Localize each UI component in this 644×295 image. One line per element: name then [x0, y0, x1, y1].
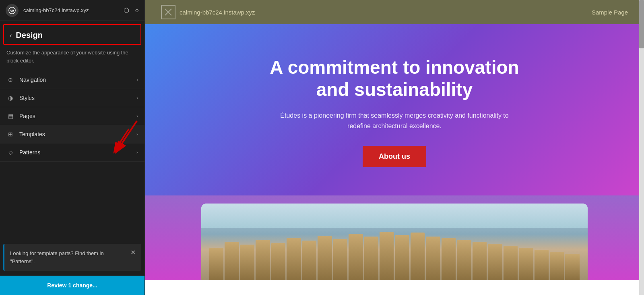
building-image: [201, 204, 588, 280]
sidebar-item-styles[interactable]: ◑ Styles ›: [0, 89, 144, 107]
design-title: Design: [16, 31, 43, 40]
review-change-button[interactable]: Review 1 change...: [0, 276, 144, 295]
sidebar: W calming-bb7c24.instawp.xyz ⬡ ○ ‹ Desig…: [0, 0, 145, 295]
chevron-patterns: ›: [136, 150, 138, 155]
sidebar-item-patterns[interactable]: ◇ Patterns ›: [0, 143, 144, 162]
preview-site-url: calming-bb7c24.instawp.xyz: [180, 9, 255, 16]
preview-logo-area: calming-bb7c24.instawp.xyz: [161, 5, 255, 19]
topbar-icons: ⬡ ○: [124, 6, 139, 14]
info-box-text: Looking for template parts? Find them in…: [10, 249, 126, 265]
sidebar-item-styles-label: Styles: [19, 95, 132, 101]
sidebar-item-pages[interactable]: ▤ Pages ›: [0, 107, 144, 125]
nav-items: ⊙ Navigation › ◑ Styles › ▤ Pages › ⊞ Te…: [0, 71, 144, 239]
chevron-templates: ›: [136, 131, 138, 137]
scrollbar-thumb[interactable]: [639, 0, 644, 48]
preview-logo-icon: [161, 5, 175, 19]
sidebar-item-templates[interactable]: ⊞ Templates ›: [0, 125, 144, 143]
preview-area: calming-bb7c24.instawp.xyz Sample Page A…: [145, 0, 644, 295]
back-button[interactable]: ‹: [10, 32, 12, 39]
site-name: calming-bb7c24.instawp.xyz: [23, 7, 119, 13]
navigation-icon: ⊙: [6, 76, 14, 84]
external-link-icon[interactable]: ⬡: [124, 6, 129, 14]
chevron-navigation: ›: [136, 77, 138, 83]
hero-section: A commitment to innovation and sustainab…: [145, 24, 644, 195]
templates-icon: ⊞: [6, 130, 14, 138]
chevron-styles: ›: [136, 95, 138, 101]
preview-sample-page: Sample Page: [592, 9, 628, 16]
patterns-icon: ◇: [6, 148, 14, 156]
hero-subtitle: Études is a pioneering firm that seamles…: [274, 110, 515, 131]
info-box-close-button[interactable]: ✕: [130, 249, 136, 256]
design-header: ‹ Design: [3, 24, 141, 45]
about-us-button[interactable]: About us: [363, 146, 426, 167]
sidebar-item-navigation[interactable]: ⊙ Navigation ›: [0, 71, 144, 89]
search-icon[interactable]: ○: [135, 7, 139, 14]
svg-text:W: W: [10, 8, 14, 12]
info-box: Looking for template parts? Find them in…: [3, 244, 141, 271]
topbar: W calming-bb7c24.instawp.xyz ⬡ ○: [0, 0, 144, 21]
wp-logo[interactable]: W: [6, 4, 19, 17]
building-ribs: [201, 228, 588, 280]
pages-icon: ▤: [6, 112, 14, 120]
preview-site-header: calming-bb7c24.instawp.xyz Sample Page: [145, 0, 644, 24]
chevron-pages: ›: [136, 113, 138, 119]
design-subtitle: Customize the appearance of your website…: [0, 45, 144, 71]
sidebar-item-patterns-label: Patterns: [19, 149, 132, 156]
styles-icon: ◑: [6, 94, 14, 102]
sidebar-item-navigation-label: Navigation: [19, 77, 132, 83]
scrollbar[interactable]: [639, 0, 644, 295]
hero-title: A commitment to innovation and sustainab…: [254, 56, 535, 101]
sidebar-item-templates-label: Templates: [19, 131, 132, 137]
sidebar-item-pages-label: Pages: [19, 113, 132, 119]
building-section: [145, 195, 644, 280]
